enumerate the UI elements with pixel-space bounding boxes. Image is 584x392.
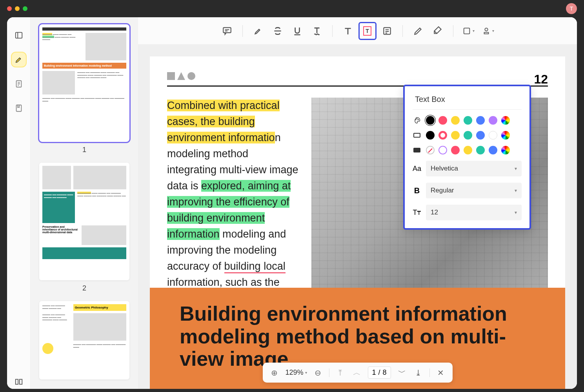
pen-icon[interactable] [409,22,427,40]
size-select[interactable]: 12 [426,205,522,220]
popover-title: Text Box [413,95,522,104]
user-avatar[interactable]: T [566,3,577,14]
strikethrough-icon[interactable] [269,22,287,40]
text-color-custom[interactable] [501,116,510,125]
zoom-in-icon[interactable]: ⊕ [269,367,280,378]
border-color-custom[interactable] [501,131,510,140]
minimize-icon[interactable] [15,6,20,11]
underline-icon[interactable] [288,22,306,40]
page-next-icon[interactable]: ﹀ [397,367,408,378]
text-color-blue[interactable] [476,116,485,125]
border-color-blue[interactable] [476,131,485,140]
banner-title: Building environment information modelin… [180,303,546,370]
border-icon [413,133,421,138]
fill-color-red[interactable] [451,146,460,154]
svg-rect-5 [464,28,470,34]
page-number: 12 [534,72,548,87]
page-last-icon[interactable]: ⤓ [413,367,424,378]
fill-color-teal[interactable] [476,146,485,154]
text-color-black[interactable] [426,116,435,125]
page-current: 1 [372,368,376,377]
comment-icon[interactable] [218,22,236,40]
border-color-red[interactable] [438,131,447,140]
app-window: ▬▬▬▬▬ ▬▬▬ ▬▬▬▬ ▬▬ ▬▬▬▬▬▬ ▬▬▬ ▬▬▬▬ ▬▬▬ ▬▬… [7,17,577,389]
annotation-toolbar: T [138,17,577,45]
weight-label-icon: B [413,186,421,195]
fill-color-row [413,146,522,154]
thumbnail-page-2[interactable]: ▬▬▬▬ ▬▬ ▬▬▬▬▬ ▬▬▬ ▬▬▬▬ ▬▬ ▬▬▬▬▬▬▬▬▬▬▬▬ ▬… [39,163,129,280]
stamp-dropdown-icon[interactable] [479,22,497,40]
svg-rect-0 [15,33,22,38]
text-color-purple[interactable] [489,116,497,125]
svg-point-6 [485,28,488,31]
font-row: Aa Helvetica [413,161,522,176]
text-color-red[interactable] [438,116,447,125]
text-color-yellow[interactable] [451,116,460,125]
thumb3-title: Geometric Philosophy [73,304,126,311]
highlighter-tool-icon[interactable] [249,22,267,40]
border-color-teal[interactable] [464,131,472,140]
svg-point-8 [417,118,417,119]
text-icon[interactable] [339,22,357,40]
text-color-row [413,116,522,125]
border-color-yellow[interactable] [451,131,460,140]
thumb1-orange-label: Building environment information modelin… [42,63,126,69]
weight-row: B Regular [413,183,522,198]
font-select[interactable]: Helvetica [426,161,522,176]
bookmarks-icon[interactable] [12,101,26,115]
page-indicator[interactable]: 1 / 8 [368,367,391,379]
fill-color-custom[interactable] [501,146,510,154]
close-bar-icon[interactable]: ✕ [435,367,446,378]
border-color-black[interactable] [426,131,435,140]
page-total: 8 [383,368,387,377]
view-controls-bar: ⊕ 129% ⊖ ⤒ ︿ 1 / 8 ﹀ ⤓ ✕ [262,363,452,383]
border-color-row [413,131,522,140]
thumb-label-2: 2 [39,284,129,292]
font-label-icon: Aa [413,165,421,173]
close-icon[interactable] [7,6,12,11]
fill-icon [413,148,421,152]
header-shapes [167,72,548,80]
page-prev-icon[interactable]: ︿ [351,367,362,378]
svg-point-9 [418,120,419,120]
fill-color-outline[interactable] [438,146,447,154]
page-first-icon[interactable]: ⤒ [335,367,346,378]
textbox-popover: Text Box [403,85,531,230]
left-sidebar [7,17,31,389]
svg-rect-3 [223,27,231,33]
fill-color-yellow[interactable] [464,146,472,154]
thumbnail-page-3[interactable]: ▬▬▬▬ ▬▬ ▬▬▬▬▬ ▬▬▬ ▬▬▬▬ ▬▬Geometric Philo… [39,301,129,379]
traffic-lights [7,6,27,11]
textbox-icon[interactable]: T [358,22,377,40]
eraser-icon[interactable] [429,22,447,40]
window-titlebar: T [0,0,584,17]
note-icon[interactable] [378,22,396,40]
thumb2-caption: Preservation and inheritance of architec… [42,225,79,245]
highlight-yellow: Combined with practical cases, the build… [167,100,280,143]
weight-select[interactable]: Regular [426,183,522,198]
text-color-teal[interactable] [464,116,472,125]
svg-point-7 [415,120,416,120]
main-area: T 12 Combined with practical cases, the … [138,17,577,389]
squiggly-icon[interactable] [308,22,326,40]
border-color-white[interactable] [489,131,497,140]
palette-icon [413,116,421,124]
highlighter-icon[interactable] [12,53,26,67]
thumbnail-page-1[interactable]: ▬▬▬▬▬ ▬▬▬ ▬▬▬▬ ▬▬ ▬▬▬▬▬▬ ▬▬▬ ▬▬▬▬ ▬▬▬ ▬▬… [39,24,129,142]
book-view-icon[interactable] [12,375,26,389]
fill-color-blue[interactable] [489,146,497,154]
thumb-label-1: 1 [39,146,129,154]
size-label-icon: Tᴛ [413,208,421,217]
maximize-icon[interactable] [23,6,27,11]
shape-dropdown-icon[interactable] [460,22,478,40]
fill-color-none[interactable] [426,146,435,154]
thumbnails-panel[interactable]: ▬▬▬▬▬ ▬▬▬ ▬▬▬▬ ▬▬ ▬▬▬▬▬▬ ▬▬▬ ▬▬▬▬ ▬▬▬ ▬▬… [31,17,138,389]
notes-icon[interactable] [12,77,26,91]
zoom-level[interactable]: 129% [285,368,307,377]
size-row: Tᴛ 12 [413,205,522,220]
zoom-out-icon[interactable]: ⊖ [313,367,324,378]
document-viewport[interactable]: 12 Combined with practical cases, the bu… [138,45,577,389]
sidebar-toggle-icon[interactable] [12,28,26,42]
